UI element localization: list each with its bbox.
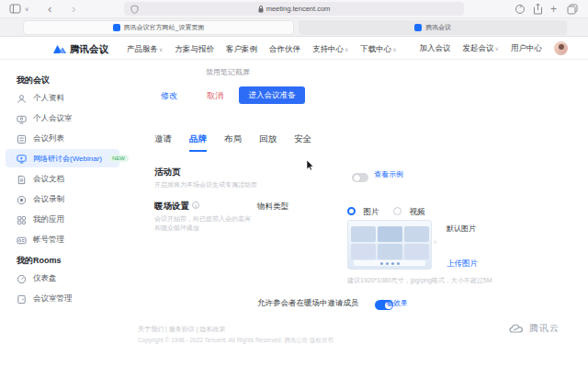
sidebar-section-my-rooms: 我的Rooms — [17, 255, 62, 267]
nav-item-partners[interactable]: 合作伙伴 — [269, 44, 300, 55]
record-icon — [17, 195, 27, 205]
cancel-link[interactable]: 取消 — [207, 90, 223, 102]
new-badge: NEW — [108, 155, 129, 162]
sidebar: 我的会议 个人资料 个人会议室 会议列表 网络研讨会(Webinar) NEW … — [0, 60, 124, 368]
sidebar-item-label: 帐号管理 — [33, 235, 64, 246]
sidebar-item-profile[interactable]: 个人资料 — [6, 89, 119, 108]
material-type-label: 物料类型 — [257, 201, 288, 213]
sidebar-toggle-icon[interactable] — [9, 0, 21, 18]
upload-image-link[interactable]: 上传图片 — [447, 259, 478, 270]
sidebar-item-personal-room[interactable]: 个人会议室 — [6, 109, 119, 128]
browser-tab-title: 腾讯会议官方网站_设置页面 — [124, 23, 205, 32]
preview-toolbar — [354, 260, 425, 266]
browser-tab-active[interactable]: 腾讯会议官方网站_设置页面 — [23, 20, 294, 35]
tencent-meeting-logo-icon — [52, 42, 67, 54]
nav-item-download[interactable]: 下载中心∨ — [360, 44, 396, 55]
copyright-text: Copyright © 1998 - 2022 Tencent. All Rig… — [138, 337, 334, 345]
main-nav: 产品服务∨ 方案与报价 客户案例 合作伙伴 支持中心∨ 下载中心∨ — [127, 44, 397, 55]
app-window: ∨ ‹ › meeting.tencent.com + 腾讯会议官方网站_设置页… — [0, 0, 588, 368]
address-bar[interactable]: meeting.tencent.com — [124, 2, 464, 16]
site-header: 腾讯会议 产品服务∨ 方案与报价 客户案例 合作伙伴 支持中心∨ 下载中心∨ 加… — [0, 37, 588, 60]
warmup-settings-title: 暖场设置i — [154, 201, 199, 213]
tencent-cloud-text: 腾讯云 — [529, 322, 560, 335]
sidebar-section-my-meetings: 我的会议 — [17, 75, 50, 86]
browser-toolbar: ∨ ‹ › meeting.tencent.com + — [0, 0, 588, 18]
tab-replay[interactable]: 回放 — [259, 133, 277, 152]
radio-unselected-icon — [393, 207, 401, 215]
tab-security[interactable]: 安全 — [294, 133, 311, 152]
chevron-down-icon: ∨ — [345, 47, 348, 52]
back-button[interactable]: ‹ — [48, 0, 51, 18]
view-example-link[interactable]: 查看示例 — [374, 169, 403, 179]
list-icon — [17, 134, 27, 144]
forward-button[interactable]: › — [72, 0, 75, 18]
webinar-icon — [17, 154, 27, 164]
start-meeting-button[interactable]: 发起会议∨ — [463, 43, 499, 54]
chevron-down-icon[interactable]: ∨ — [25, 0, 28, 18]
sidebar-item-account[interactable]: 帐号管理 — [6, 231, 119, 249]
carousel-next-icon[interactable]: › — [434, 237, 436, 247]
nav-item-plans[interactable]: 方案与报价 — [175, 44, 214, 55]
mouse-cursor — [306, 159, 314, 171]
chevron-down-icon: ∨ — [392, 47, 396, 52]
footer-links[interactable]: 关于我们 | 服务协议 | 隐私政策 — [138, 325, 225, 334]
reload-icon[interactable] — [514, 4, 526, 15]
nav-item-customers[interactable]: 客户案例 — [226, 44, 257, 55]
header-actions: 加入会议 发起会议∨ 用户中心 — [420, 41, 568, 55]
warmup-desc: 会议开始前，向已提前入会的嘉宾和观众循环播放 — [154, 214, 254, 233]
new-tab-button[interactable]: + — [550, 0, 557, 18]
nav-item-support[interactable]: 支持中心∨ — [312, 44, 348, 55]
view-effect-link[interactable]: 查看效果 — [379, 298, 408, 308]
cloud-icon — [509, 323, 526, 334]
tencent-cloud-logo: 腾讯云 — [509, 322, 560, 335]
activity-page-toggle[interactable] — [352, 173, 368, 182]
sidebar-item-apps[interactable]: 我的应用 — [6, 211, 119, 229]
tab-invite[interactable]: 邀请 — [154, 133, 172, 152]
chevron-down-icon: ∨ — [495, 46, 499, 52]
tab-layout[interactable]: 布局 — [224, 133, 242, 152]
browser-tab-title: 腾讯会议 — [425, 23, 451, 32]
radio-video-label: 视频 — [409, 207, 424, 216]
tab-overview-icon[interactable] — [567, 4, 578, 15]
document-icon — [17, 175, 27, 185]
sidebar-item-dashboard[interactable]: 仪表盘 — [6, 270, 119, 288]
radio-image-label: 图片 — [363, 207, 379, 216]
apps-grid-icon — [17, 215, 27, 225]
radio-video-option[interactable]: 视频 — [393, 201, 424, 218]
tab-brand[interactable]: 品牌 — [189, 133, 207, 152]
sidebar-item-label: 个人会议室 — [33, 113, 73, 124]
user-icon — [17, 94, 27, 104]
info-icon[interactable]: i — [192, 201, 199, 209]
webinar-note-text: 禁用笔记截屏 — [206, 67, 250, 77]
radio-image-option[interactable]: 图片 — [347, 201, 379, 218]
sidebar-item-meeting-list[interactable]: 会议列表 — [6, 130, 119, 148]
user-avatar[interactable] — [554, 41, 568, 55]
sidebar-item-docs[interactable]: 会议文档 — [6, 170, 119, 189]
share-icon[interactable] — [533, 3, 543, 15]
account-card-icon — [17, 236, 27, 246]
settings-tabs: 邀请 品牌 布局 回放 安全 — [154, 133, 311, 152]
join-meeting-button[interactable]: 加入会议 — [420, 43, 451, 54]
chevron-down-icon: ∨ — [159, 47, 163, 52]
user-center-link[interactable]: 用户中心 — [511, 43, 542, 54]
allow-invite-label: 允许参会者在暖场中邀请成员 — [257, 298, 359, 309]
brand-name: 腾讯会议 — [70, 43, 108, 56]
enter-meeting-prep-button[interactable]: 进入会议准备 — [239, 86, 305, 104]
sidebar-item-rooms-management[interactable]: 会议室管理 — [6, 290, 119, 308]
sidebar-item-label: 个人资料 — [33, 93, 64, 104]
modify-link[interactable]: 修改 — [161, 90, 177, 102]
sidebar-item-recordings[interactable]: 会议录制 — [6, 190, 119, 209]
tencent-meeting-favicon — [414, 24, 422, 31]
url-text: meeting.tencent.com — [266, 5, 331, 13]
activity-page-title: 活动页 — [154, 167, 181, 178]
sidebar-item-label: 网络研讨会(Webinar) — [33, 154, 102, 164]
privacy-shield-icon[interactable] — [130, 5, 139, 14]
warmup-preview-image[interactable] — [347, 220, 432, 270]
sidebar-item-label: 仪表盘 — [33, 273, 57, 284]
nav-item-products[interactable]: 产品服务∨ — [127, 44, 163, 55]
sidebar-item-label: 我的应用 — [33, 214, 64, 225]
sidebar-item-label: 会议列表 — [33, 133, 64, 144]
browser-tab-inactive[interactable]: 腾讯会议 — [299, 20, 567, 35]
sidebar-item-webinar[interactable]: 网络研讨会(Webinar) NEW — [6, 149, 119, 167]
radio-selected-icon — [347, 207, 356, 215]
